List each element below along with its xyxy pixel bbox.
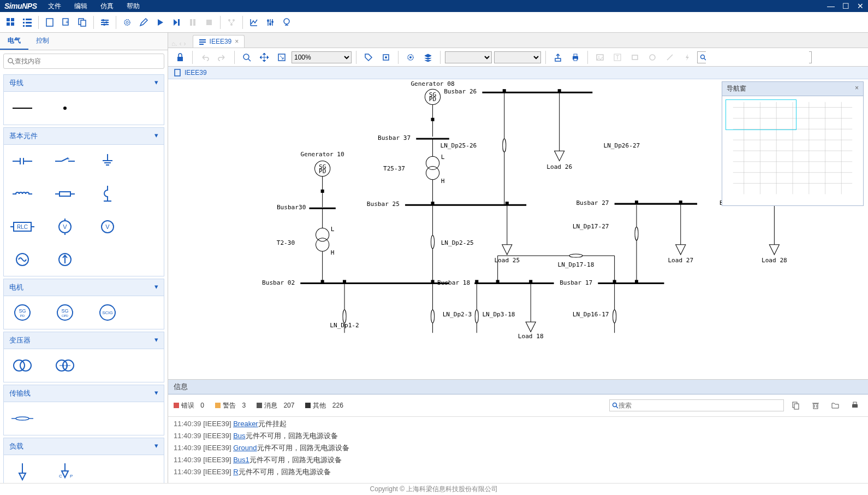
log-row[interactable]: 11:40:39 [IEEE39] Bus元件不可用，回路无电源设备 (174, 430, 863, 442)
export-icon[interactable] (550, 50, 566, 65)
list-view-icon[interactable] (20, 15, 35, 30)
close-tab-icon[interactable]: × (235, 38, 239, 45)
comp-sg-pd[interactable]: SGPD (9, 302, 35, 323)
document-tab-ieee39[interactable]: IEEE39 × (193, 35, 245, 48)
comp-ac-source[interactable] (9, 249, 35, 270)
pan-icon[interactable] (257, 50, 272, 65)
comp-ground2[interactable] (94, 183, 121, 205)
rect-icon[interactable] (627, 50, 643, 65)
grid-view-icon[interactable] (3, 15, 19, 30)
step-icon[interactable] (169, 15, 184, 30)
log-row[interactable]: 11:40:39 [IEEE39] Breaker元件挂起 (174, 418, 863, 430)
comp-capacitor[interactable] (9, 150, 35, 172)
zoom-select[interactable]: 100% (292, 51, 352, 63)
settings-icon[interactable] (97, 15, 112, 30)
log-row[interactable]: 11:40:39 [IEEE39] R元件不可用，回路无电源设备 (174, 466, 863, 478)
info-search-input[interactable] (619, 402, 781, 409)
doc-search-input[interactable] (706, 51, 809, 63)
log-row[interactable]: 11:40:39 [IEEE39] Bus1元件不可用，回路无电源设备 (174, 454, 863, 466)
comp-busbar-line[interactable] (9, 97, 35, 119)
play-icon[interactable] (152, 15, 168, 30)
menu-sim[interactable]: 仿真 (100, 2, 114, 11)
comp-transformer-2w[interactable] (9, 355, 35, 376)
menu-help[interactable]: 帮助 (127, 2, 140, 11)
navigator-viewport[interactable] (726, 99, 796, 130)
branch-icon[interactable] (224, 15, 239, 30)
bolt-icon[interactable] (680, 50, 695, 65)
comp-sg-cipd[interactable]: SGCIPD (52, 302, 78, 323)
text-icon[interactable]: T (610, 50, 625, 65)
comp-busbar-node[interactable] (52, 97, 78, 119)
comp-transmission-line[interactable] (9, 408, 35, 429)
category-transformer[interactable]: 变压器▾ (3, 332, 164, 349)
sidebar-search-input[interactable] (15, 57, 160, 65)
delete-log-icon[interactable] (808, 398, 823, 413)
log-row[interactable]: 11:40:39 [IEEE39] Ground元件不可用，回路无电源设备 (174, 442, 863, 454)
line-shape-icon[interactable] (662, 50, 677, 65)
scope-icon[interactable] (279, 15, 294, 30)
comp-scig[interactable]: SCIG (94, 302, 121, 323)
close-button[interactable]: ✕ (857, 2, 864, 10)
canvas[interactable]: Generator 08 SG PD Busbar 37 L H T25-37 … (168, 79, 868, 379)
category-busbar[interactable]: 母线▾ (3, 74, 164, 92)
nav-back-icon[interactable]: ‹ (180, 40, 182, 48)
empty-select-1[interactable] (445, 51, 492, 63)
doc-search-wrapper[interactable] (697, 51, 812, 63)
comp-switch[interactable]: × (52, 150, 78, 172)
navigator-panel[interactable]: 导航窗 × (722, 81, 864, 206)
maximize-button[interactable]: ☐ (842, 2, 849, 10)
comp-current-source[interactable] (52, 249, 78, 270)
layers-icon[interactable] (420, 50, 436, 65)
new-doc-icon[interactable] (42, 15, 57, 30)
stop-icon[interactable] (201, 15, 217, 30)
tag-icon[interactable] (361, 50, 376, 65)
info-search[interactable] (609, 399, 784, 411)
gear-icon[interactable] (120, 15, 135, 30)
undo-icon[interactable] (197, 50, 212, 65)
gear-button-icon[interactable] (403, 50, 418, 65)
comp-transformer-3w[interactable] (52, 355, 78, 376)
image-icon[interactable] (592, 50, 608, 65)
navigator-body[interactable] (722, 96, 863, 205)
filter-other[interactable]: 其他 226 (305, 401, 343, 410)
menu-edit[interactable]: 编辑 (74, 2, 87, 11)
comp-v-source[interactable]: V (94, 216, 121, 238)
category-basic[interactable]: 基本元件▾ (3, 127, 164, 145)
comp-resistor[interactable] (52, 183, 78, 205)
print-log-icon[interactable] (847, 398, 863, 413)
nav-forward-icon[interactable]: › (184, 40, 186, 48)
zoom-icon[interactable] (239, 50, 254, 65)
circle-icon[interactable] (645, 50, 660, 65)
edit-icon[interactable] (136, 15, 151, 30)
fit-icon[interactable] (274, 50, 289, 65)
add-doc-icon[interactable]: + (58, 15, 74, 30)
sidebar-search[interactable] (3, 54, 164, 69)
doc-home-icon[interactable]: ⌂. (171, 40, 177, 48)
filter-errors[interactable]: 错误 0 (174, 401, 204, 410)
minimize-button[interactable]: — (827, 2, 835, 10)
tab-control[interactable]: 控制 (28, 33, 57, 50)
category-line[interactable]: 传输线▾ (3, 385, 164, 402)
chart-icon[interactable] (246, 15, 261, 30)
filter-messages[interactable]: 消息 207 (257, 401, 294, 410)
empty-select-2[interactable] (494, 51, 541, 63)
pause-icon[interactable] (185, 15, 200, 30)
copy-doc-icon[interactable] (75, 15, 90, 30)
comp-rlc[interactable]: RLC (9, 216, 35, 238)
print-icon[interactable] (568, 50, 583, 65)
comp-load-cvp[interactable]: CP (52, 461, 78, 482)
category-machine[interactable]: 电机▾ (3, 279, 164, 296)
comp-inductor[interactable] (9, 183, 35, 205)
category-load[interactable]: 负载▾ (3, 438, 164, 455)
comp-voltmeter[interactable]: V (52, 216, 78, 238)
menu-file[interactable]: 文件 (48, 2, 61, 11)
filter-warnings[interactable]: 警告 3 (215, 401, 246, 410)
comp-ground[interactable] (94, 150, 121, 172)
log-rows[interactable]: 11:40:39 [IEEE39] Breaker元件挂起11:40:39 [I… (168, 417, 868, 483)
target-icon[interactable] (378, 50, 394, 65)
lock-icon[interactable] (173, 50, 188, 65)
sliders-icon[interactable] (263, 15, 278, 30)
comp-load-arrow[interactable] (9, 461, 35, 482)
open-folder-icon[interactable] (828, 398, 843, 413)
redo-icon[interactable] (215, 50, 230, 65)
